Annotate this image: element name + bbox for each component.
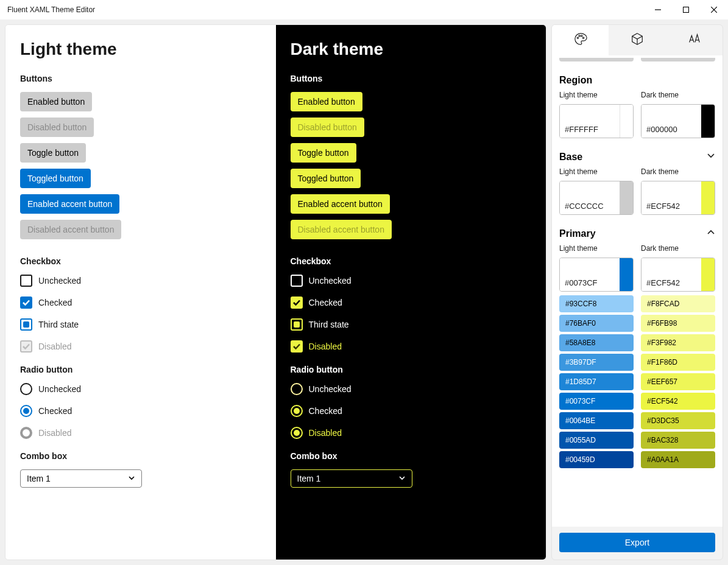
checkbox-label: Checked [38,298,72,307]
palette-swatch[interactable]: #A0AA1A [641,451,715,468]
dark-title: Dark theme [291,40,532,59]
swatch-chip [620,258,633,291]
radio-label: Disabled [38,428,71,438]
radio-unchecked[interactable]: Unchecked [291,383,532,395]
radio-checked[interactable]: Checked [20,405,261,417]
palette-swatch[interactable]: #D3DC35 [641,412,715,429]
checkbox-third[interactable]: Third state [291,318,532,331]
radio-checked[interactable]: Checked [291,405,532,417]
checkbox-label: Checked [309,298,342,307]
checkbox-checked[interactable]: Checked [291,297,532,309]
tab-typography[interactable] [666,25,723,55]
radio-icon [291,383,303,395]
palette-swatch[interactable]: #00459D [559,451,634,468]
palette-swatch[interactable]: #BAC328 [641,432,715,449]
toggled-button[interactable]: Toggled button [291,169,361,188]
palette-swatch[interactable]: #1D85D7 [559,373,634,390]
checkbox-label: Unchecked [309,276,352,286]
combo-box[interactable]: Item 1 [20,469,142,488]
checkbox-label: Third state [38,320,79,329]
radio-icon [291,427,303,439]
close-button[interactable] [700,0,728,19]
palette-swatch[interactable]: #F3F982 [641,334,715,351]
primary-light-swatch[interactable]: #0073CF [559,258,634,292]
palette-swatch[interactable]: #F8FCAD [641,295,715,312]
tab-controls[interactable] [609,25,665,55]
base-header: Base [559,152,715,163]
light-title: Light theme [20,40,261,59]
palette-swatch[interactable]: #76BAF0 [559,315,634,332]
enabled-button[interactable]: Enabled button [20,92,92,111]
palette-swatch[interactable]: #0064BE [559,412,634,429]
swatch-value: #000000 [641,105,701,138]
base-light-swatch[interactable]: #CCCCCC [559,181,634,215]
tab-colors[interactable] [552,25,609,55]
swatch-value: #ECF542 [641,181,701,214]
palette-swatch[interactable]: #0055AD [559,432,634,449]
checkbox-checked[interactable]: Checked [20,297,261,309]
disabled-button: Disabled button [20,118,94,137]
swatch-chip [701,181,715,214]
enabled-button[interactable]: Enabled button [291,92,362,111]
side-panel: Region Light theme #FFFFFF Dark theme #0… [551,24,723,560]
radio-icon [291,405,303,417]
region-dark-swatch[interactable]: #000000 [641,104,715,138]
palette-swatch[interactable]: #0073CF [559,393,634,410]
palette-swatch[interactable]: #58A8E8 [559,334,634,351]
preset-placeholder [559,58,715,61]
side-body[interactable]: Region Light theme #FFFFFF Dark theme #0… [552,55,723,527]
palette-swatch[interactable]: #93CCF8 [559,295,634,312]
radio-icon [20,427,32,439]
region-light-swatch[interactable]: #FFFFFF [559,104,634,138]
checkbox-icon [20,318,32,331]
accent-disabled-button: Disabled accent button [291,220,392,239]
base-light-label: Light theme [559,167,634,176]
swatch-chip [620,181,633,214]
checkbox-unchecked[interactable]: Unchecked [20,275,261,287]
toggle-button[interactable]: Toggle button [20,143,86,163]
svg-point-5 [579,35,580,37]
palette-swatch[interactable]: #ECF542 [641,393,715,410]
toggle-button[interactable]: Toggle button [291,143,356,163]
svg-point-6 [581,35,582,37]
checkbox-label: Third state [309,320,349,329]
swatch-value: #ECF542 [641,258,701,291]
cube-icon [631,32,644,48]
window-title: Fluent XAML Theme Editor [7,5,95,14]
light-checkbox-header: Checkbox [20,256,261,266]
palette-swatch[interactable]: #F6FB98 [641,315,715,332]
palette-swatch[interactable]: #3B97DF [559,354,634,371]
checkbox-label: Unchecked [38,276,81,286]
base-dark-label: Dark theme [641,167,715,176]
svg-point-4 [577,37,578,38]
font-icon [687,32,701,48]
chevron-up-icon[interactable] [707,228,715,239]
disabled-button: Disabled button [291,118,364,137]
radio-label: Checked [309,406,342,416]
base-dark-swatch[interactable]: #ECF542 [641,181,715,215]
primary-light-label: Light theme [559,244,634,253]
checkbox-icon [20,340,32,353]
checkbox-third[interactable]: Third state [20,318,261,331]
checkbox-icon [20,275,32,287]
checkbox-unchecked[interactable]: Unchecked [291,275,532,287]
maximize-button[interactable] [672,0,700,19]
radio-unchecked[interactable]: Unchecked [20,383,261,395]
toggled-button[interactable]: Toggled button [20,169,91,188]
palette-swatch[interactable]: #EEF657 [641,373,715,390]
chevron-down-icon [398,474,406,483]
export-button[interactable]: Export [559,533,715,552]
chevron-down-icon [128,474,135,483]
combo-box[interactable]: Item 1 [291,469,412,488]
checkbox-icon [20,297,32,309]
primary-dark-swatch[interactable]: #ECF542 [641,258,715,292]
primary-header: Primary [559,228,715,239]
region-dark-label: Dark theme [641,91,715,99]
chevron-down-icon[interactable] [707,152,715,163]
accent-button[interactable]: Enabled accent button [291,194,390,214]
palette-swatch[interactable]: #F1F86D [641,354,715,371]
swatch-chip [701,258,715,291]
minimize-button[interactable] [644,0,672,19]
accent-button[interactable]: Enabled accent button [20,194,119,214]
checkbox-icon [291,318,303,331]
